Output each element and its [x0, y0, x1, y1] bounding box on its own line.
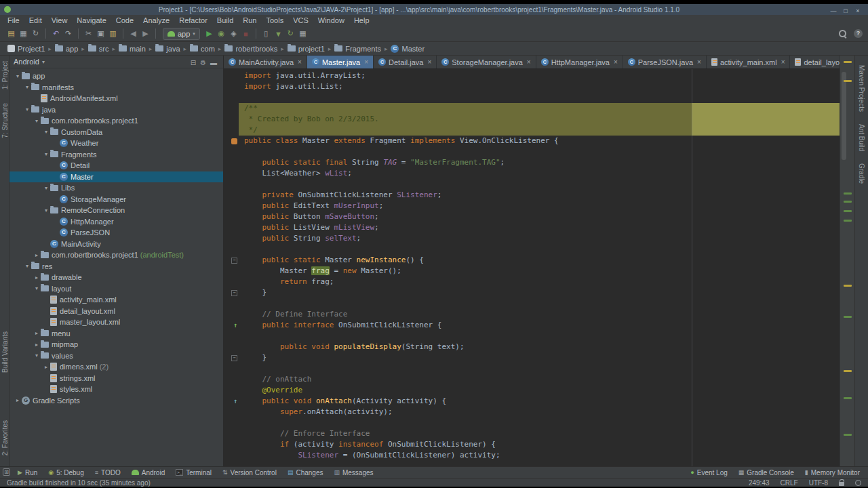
- collapse-all-icon[interactable]: ⊟: [189, 59, 198, 66]
- debug-icon[interactable]: ◉: [216, 28, 227, 39]
- forward-icon[interactable]: ▶: [140, 28, 151, 39]
- error-stripe-marker-bar[interactable]: [840, 56, 854, 466]
- tree-item-com-robertbrooks-project1-androidtest[interactable]: ▸com.robertbrooks.project1 (androidTest): [9, 249, 223, 261]
- menu-file[interactable]: File: [3, 15, 24, 26]
- tab-master-java[interactable]: CMaster.java×: [307, 56, 374, 68]
- help-icon[interactable]: ?: [854, 29, 863, 38]
- chevron-down-icon[interactable]: ▾: [42, 185, 50, 191]
- chevron-down-icon[interactable]: ▾: [23, 84, 31, 90]
- open-icon[interactable]: ▤: [5, 28, 17, 39]
- tree-item-activity-main-xml[interactable]: activity_main.xml: [9, 294, 223, 306]
- caret-position[interactable]: 249:43: [749, 479, 770, 487]
- tree-item-layout[interactable]: ▾layout: [9, 283, 223, 295]
- hide-panel-icon[interactable]: ▬: [208, 59, 219, 66]
- breadcrumb-app[interactable]: app: [53, 45, 80, 53]
- run-icon[interactable]: ▶: [203, 28, 215, 39]
- tool-button-2-favorites[interactable]: 2: Favorites: [1, 420, 9, 455]
- fold-icon[interactable]: −: [231, 355, 237, 361]
- menu-tools[interactable]: Tools: [261, 15, 288, 26]
- code-editor[interactable]: import java.util.ArrayList;import java.u…: [224, 69, 840, 466]
- tool-button-5-debug[interactable]: ◉5: Debug: [48, 469, 83, 476]
- tool-button-run[interactable]: ▶Run: [18, 469, 37, 476]
- tree-item-res[interactable]: ▾res: [9, 261, 223, 272]
- tab-detail-layout-xml[interactable]: detail_layout.xml×: [790, 56, 840, 68]
- tool-button-todo[interactable]: ≡TODO: [95, 469, 121, 476]
- breadcrumb-project1[interactable]: project1: [285, 45, 327, 53]
- project-structure-icon[interactable]: ▦: [297, 28, 309, 39]
- search-icon[interactable]: [838, 29, 847, 38]
- tree-item-remoteconnection[interactable]: ▾RemoteConnection: [9, 205, 223, 216]
- close-button[interactable]: ×: [852, 7, 864, 16]
- tool-window-switcher-icon[interactable]: ⊞: [3, 468, 10, 476]
- close-icon[interactable]: ×: [364, 58, 368, 66]
- close-icon[interactable]: ×: [527, 58, 531, 66]
- tab-httpmanager-java[interactable]: CHttpManager.java×: [536, 56, 623, 68]
- run-configuration-select[interactable]: app▾: [163, 28, 200, 40]
- tool-button-version-control[interactable]: ⇅Version Control: [222, 469, 277, 476]
- sdk-manager-icon[interactable]: ▼: [273, 28, 284, 39]
- tab-mainactivity-java[interactable]: CMainActivity.java×: [224, 56, 307, 68]
- chevron-down-icon[interactable]: ▾: [42, 129, 50, 135]
- tree-item-storagemanager[interactable]: CStorageManager: [9, 194, 223, 205]
- tree-item-parsejson[interactable]: CParseJSON: [9, 227, 223, 239]
- chevron-right-icon[interactable]: ▸: [42, 364, 50, 370]
- chevron-right-icon[interactable]: ▸: [33, 274, 41, 281]
- tree-item-detail-layout-xml[interactable]: detail_layout.xml: [9, 306, 223, 317]
- tree-item-customdata[interactable]: ▾CustomData: [9, 127, 223, 138]
- minimize-button[interactable]: —: [827, 7, 840, 16]
- settings-icon[interactable]: ⚙: [198, 59, 208, 66]
- chevron-down-icon[interactable]: ▾: [33, 118, 41, 124]
- fold-icon[interactable]: −: [231, 258, 237, 264]
- breadcrumb-java[interactable]: java: [153, 45, 182, 53]
- menu-edit[interactable]: Edit: [24, 15, 47, 26]
- chevron-down-icon[interactable]: ▾: [23, 106, 31, 113]
- menu-refactor[interactable]: Refactor: [174, 15, 212, 26]
- chevron-down-icon[interactable]: ▾: [42, 207, 50, 214]
- implemented-marker-icon[interactable]: ↑: [233, 320, 237, 331]
- chevron-right-icon[interactable]: ▸: [33, 330, 41, 336]
- tree-item-strings-xml[interactable]: strings.xml: [9, 373, 223, 384]
- breadcrumb-fragments[interactable]: Fragments: [332, 45, 383, 53]
- tool-button-memory-monitor[interactable]: ▮Memory Monitor: [805, 469, 860, 476]
- tab-storagemanager-java[interactable]: CStorageManager.java×: [437, 56, 536, 68]
- tool-button-7-structure[interactable]: 7: Structure: [1, 103, 9, 138]
- tree-item-values[interactable]: ▾values: [9, 350, 223, 362]
- chevron-right-icon[interactable]: ▸: [33, 342, 41, 348]
- maximize-button[interactable]: □: [840, 7, 852, 16]
- menu-navigate[interactable]: Navigate: [72, 15, 111, 26]
- tree-item-drawable[interactable]: ▸drawable: [9, 272, 223, 283]
- encoding-indicator[interactable]: UTF-8: [809, 479, 828, 487]
- tool-button-android[interactable]: Android: [132, 469, 165, 476]
- breadcrumb-robertbrooks[interactable]: robertbrooks: [222, 45, 279, 53]
- chevron-down-icon[interactable]: ▾: [42, 151, 50, 157]
- editor-scrollbar-thumb[interactable]: [842, 72, 846, 160]
- chevron-right-icon[interactable]: ▸: [14, 397, 22, 403]
- chevron-down-icon[interactable]: ▾: [33, 285, 41, 291]
- menu-code[interactable]: Code: [111, 15, 138, 26]
- undo-icon[interactable]: ↶: [50, 28, 62, 39]
- paste-icon[interactable]: ▥: [107, 28, 119, 39]
- coverage-icon[interactable]: ◈: [228, 28, 239, 39]
- tool-button-build-variants[interactable]: Build Variants: [1, 331, 9, 373]
- tool-button-event-log[interactable]: ●Event Log: [690, 469, 727, 476]
- chevron-down-icon[interactable]: ▾: [33, 352, 41, 359]
- gradle-sync-icon[interactable]: ↻: [285, 28, 296, 39]
- tool-button-gradle[interactable]: Gradle: [858, 163, 865, 184]
- tree-item-mainactivity[interactable]: CMainActivity: [9, 239, 223, 250]
- line-separator-indicator[interactable]: CRLF: [781, 479, 798, 487]
- avd-manager-icon[interactable]: ▯: [260, 28, 272, 39]
- tree-item-java[interactable]: ▾java: [9, 104, 223, 116]
- tree-item-weather[interactable]: CWeather: [9, 138, 223, 149]
- menu-vcs[interactable]: VCS: [288, 15, 313, 26]
- breadcrumb-master[interactable]: CMaster: [389, 45, 427, 53]
- tree-item-gradle-scripts[interactable]: ▸GGradle Scripts: [9, 395, 223, 407]
- menu-analyze[interactable]: Analyze: [138, 15, 174, 26]
- highlighting-level-icon[interactable]: [855, 480, 861, 486]
- fold-icon[interactable]: −: [231, 290, 237, 296]
- menu-build[interactable]: Build: [212, 15, 238, 26]
- class-marker-icon[interactable]: [231, 138, 237, 144]
- tool-button-1-project[interactable]: 1: Project: [1, 61, 9, 89]
- breadcrumb-src[interactable]: src: [86, 45, 111, 53]
- close-icon[interactable]: ×: [697, 58, 701, 66]
- close-icon[interactable]: ×: [298, 58, 302, 66]
